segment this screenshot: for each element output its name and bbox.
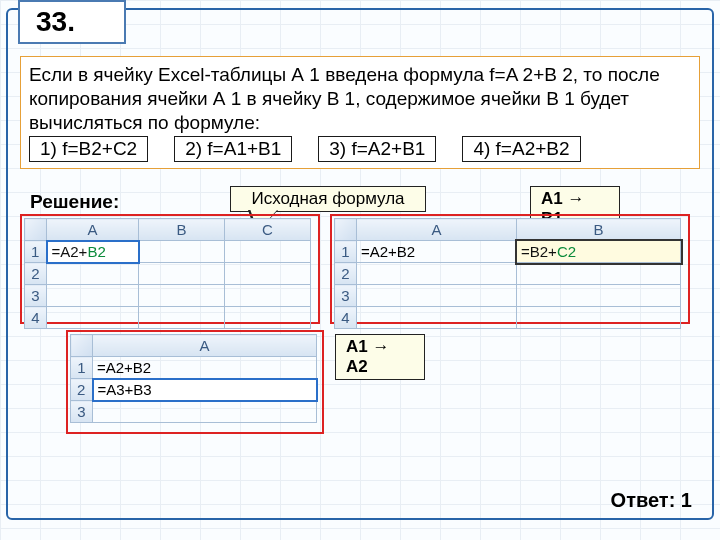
option-1: 1) f=B2+C2 bbox=[29, 136, 148, 162]
option-3: 3) f=A2+B1 bbox=[318, 136, 436, 162]
t3-a2: =A3+B3 bbox=[93, 379, 317, 401]
t2-b1: =B2+C2 bbox=[517, 241, 681, 263]
solution-label: Решение: bbox=[30, 191, 119, 213]
option-4: 4) f=A2+B2 bbox=[462, 136, 580, 162]
excel-table-1: ABC 1=A2+B2 2 3 4 bbox=[24, 218, 311, 329]
excel-table-2: AB 1=A2+B2=B2+C2 2 3 4 bbox=[334, 218, 681, 329]
options-row: 1) f=B2+C2 2) f=A1+B1 3) f=A2+B1 4) f=A2… bbox=[29, 136, 691, 162]
t1-a1: =A2+B2 bbox=[47, 241, 139, 263]
question-box: Если в ячейку Excel-таблицы А 1 введена … bbox=[20, 56, 700, 169]
question-number: 33. bbox=[18, 0, 126, 44]
option-2: 2) f=A1+B1 bbox=[174, 136, 292, 162]
callout-a1-a2: A1 → A2 bbox=[335, 334, 425, 380]
question-text: Если в ячейку Excel-таблицы А 1 введена … bbox=[29, 63, 691, 134]
t3-a1: =A2+B2 bbox=[93, 357, 317, 379]
excel-table-3: A 1=A2+B2 2=A3+B3 3 bbox=[70, 334, 318, 423]
t2-a1: =A2+B2 bbox=[357, 241, 517, 263]
answer-label: Ответ: 1 bbox=[611, 489, 692, 512]
